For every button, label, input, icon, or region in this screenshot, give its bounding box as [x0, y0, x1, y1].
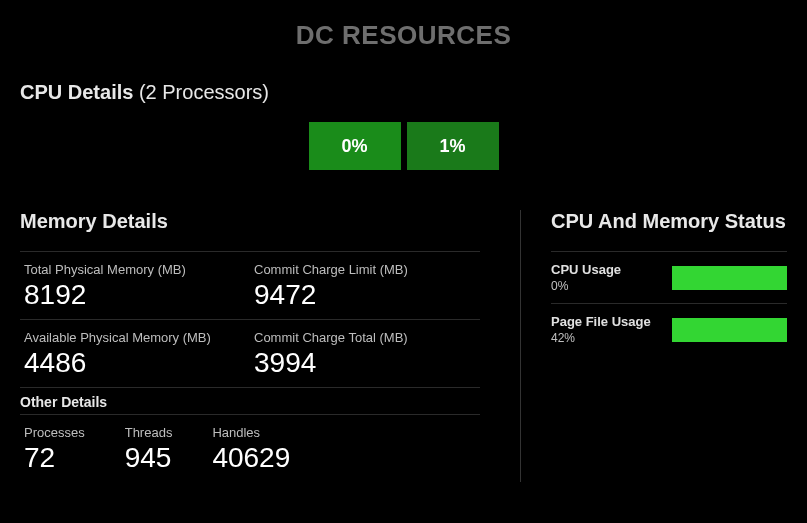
metric-label: Total Physical Memory (MB): [24, 262, 246, 277]
metric-commit-total: Commit Charge Total (MB) 3994: [250, 320, 480, 387]
status-cpu-usage: CPU Usage 0%: [551, 251, 787, 303]
metric-label: Commit Charge Limit (MB): [254, 262, 476, 277]
metric-handles: Handles 40629: [212, 425, 290, 474]
status-panel: CPU And Memory Status CPU Usage 0% Page …: [520, 210, 787, 482]
metric-value: 3994: [254, 347, 476, 379]
metric-value: 8192: [24, 279, 246, 311]
metric-label: Processes: [24, 425, 85, 440]
status-bar-cpu: [672, 266, 787, 290]
status-value: 42%: [551, 331, 672, 345]
metric-value: 40629: [212, 442, 290, 474]
status-value: 0%: [551, 279, 672, 293]
metric-label: Commit Charge Total (MB): [254, 330, 476, 345]
metric-label: Available Physical Memory (MB): [24, 330, 246, 345]
metric-available-physical: Available Physical Memory (MB) 4486: [20, 320, 250, 387]
other-details-heading: Other Details: [20, 388, 480, 414]
status-page-file: Page File Usage 42%: [551, 303, 787, 355]
metric-processes: Processes 72: [24, 425, 85, 474]
cpu-tiles: 0% 1%: [20, 122, 787, 170]
cpu-details-heading: CPU Details (2 Processors): [20, 81, 787, 104]
metric-label: Handles: [212, 425, 290, 440]
cpu-details-heading-bold: CPU Details: [20, 81, 133, 103]
status-label: CPU Usage: [551, 262, 672, 277]
metric-threads: Threads 945: [125, 425, 173, 474]
page-title: DC RESOURCES: [0, 0, 807, 81]
status-label: Page File Usage: [551, 314, 672, 329]
metric-label: Threads: [125, 425, 173, 440]
metric-total-physical: Total Physical Memory (MB) 8192: [20, 252, 250, 319]
status-heading: CPU And Memory Status: [551, 210, 787, 233]
memory-details-heading: Memory Details: [20, 210, 480, 233]
metric-value: 9472: [254, 279, 476, 311]
cpu-details-heading-rest: (2 Processors): [133, 81, 269, 103]
cpu-tile-0: 0%: [309, 122, 401, 170]
memory-details-panel: Memory Details Total Physical Memory (MB…: [20, 210, 480, 482]
metric-value: 4486: [24, 347, 246, 379]
cpu-tile-1: 1%: [407, 122, 499, 170]
metric-value: 72: [24, 442, 85, 474]
metric-commit-limit: Commit Charge Limit (MB) 9472: [250, 252, 480, 319]
status-bar-pagefile: [672, 318, 787, 342]
metric-value: 945: [125, 442, 173, 474]
